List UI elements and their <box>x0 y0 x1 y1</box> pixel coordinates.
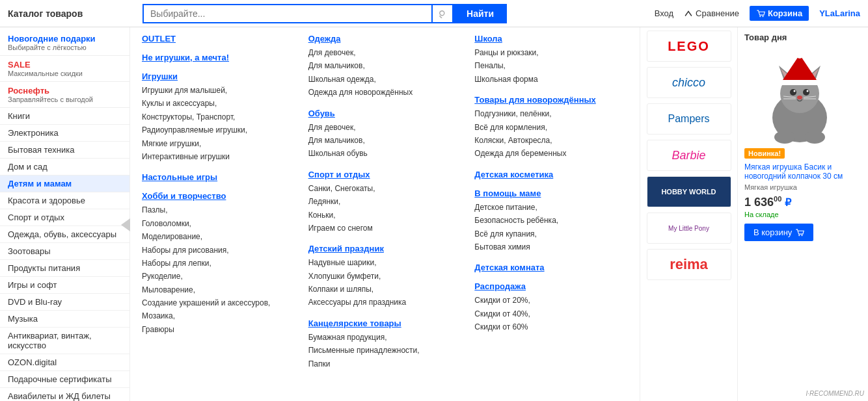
sidebar-item-2[interactable]: Бытовая техника <box>0 142 129 159</box>
menu-item[interactable]: Безопасность ребёнка, <box>474 214 628 227</box>
menu-item[interactable]: Колпаки и шляпы, <box>308 283 462 296</box>
menu-item[interactable]: Радиоуправляемые игрушки, <box>142 123 295 136</box>
sidebar-item-15[interactable]: Подарочные сертификаты <box>0 371 129 388</box>
sidebar-item-16[interactable]: Авиабилеты и ЖД билеты <box>0 388 129 401</box>
menu-item[interactable]: Головоломки, <box>142 217 295 230</box>
menu-item[interactable]: Школьная одежда, <box>308 73 462 86</box>
menu-item[interactable]: Куклы и аксессуары, <box>142 97 295 110</box>
brand-my-little-pony[interactable]: My Little Pony <box>647 213 731 244</box>
menu-item[interactable]: Скидки от 20%, <box>474 294 628 307</box>
menu-item[interactable]: Скидки от 60% <box>474 320 628 333</box>
product-day-name-link[interactable]: Мягкая игрушка Басик и новогодний колпач… <box>744 162 861 181</box>
menu-item[interactable]: Конструкторы, Транспорт, <box>142 110 295 123</box>
menu-item[interactable]: Одежда для беременных <box>474 147 628 160</box>
sidebar-item-1[interactable]: Электроника <box>0 125 129 142</box>
sidebar-item-6[interactable]: Спорт и отдых <box>0 209 129 226</box>
menu-item[interactable]: Создание украшений и аксессуров, <box>142 296 295 309</box>
login-link[interactable]: Вход <box>655 8 673 18</box>
sidebar-item-7[interactable]: Одежда, обувь, аксессуары <box>0 226 129 243</box>
menu-section-title[interactable]: Канцелярские товары <box>308 318 462 328</box>
menu-section-title[interactable]: Не игрушки, а мечта! <box>142 53 295 62</box>
menu-section-title[interactable]: Игрушки <box>142 71 295 81</box>
brand-pampers[interactable]: Pampers <box>647 103 731 135</box>
menu-item[interactable]: Скидки от 40%, <box>474 307 628 320</box>
menu-item[interactable]: Пеналы, <box>474 59 628 72</box>
menu-item[interactable]: Играем со снегом <box>308 222 462 235</box>
menu-item[interactable]: Коньки, <box>308 209 462 222</box>
brand-barbie[interactable]: Barbie <box>647 140 731 171</box>
menu-item[interactable]: Хлопушки бумфети, <box>308 270 462 283</box>
menu-item[interactable]: Бытовая химия <box>474 240 628 253</box>
sidebar-item-12[interactable]: Музыка <box>0 311 129 328</box>
menu-section-title[interactable]: OUTLET <box>142 34 295 44</box>
sidebar-item-5[interactable]: Красота и здоровье <box>0 192 129 209</box>
menu-item[interactable]: Пазлы, <box>142 203 295 216</box>
menu-section-title[interactable]: Обувь <box>308 109 462 118</box>
menu-item[interactable]: Аксессуары для праздника <box>308 296 462 309</box>
menu-item[interactable]: Надувные шарики, <box>308 256 462 269</box>
menu-item[interactable]: Для мальчиков, <box>308 134 462 147</box>
menu-item[interactable]: Ранцы и рюкзаки, <box>474 46 628 59</box>
menu-section-title[interactable]: Детская косметика <box>474 170 628 179</box>
menu-item[interactable]: Письменные принадлежности, <box>308 344 462 357</box>
menu-section-title[interactable]: Настольные игры <box>142 172 295 182</box>
sidebar-item-3[interactable]: Дом и сад <box>0 159 129 175</box>
menu-item[interactable]: Ледянки, <box>308 195 462 208</box>
menu-section: Канцелярские товарыБумажная продукция,Пи… <box>308 318 462 370</box>
brand-chicco[interactable]: chicco <box>647 67 731 98</box>
sidebar-item-4[interactable]: Детям и мамам <box>0 175 129 192</box>
menu-item[interactable]: Всё для кормления, <box>474 121 628 134</box>
product-day-price: 1 63600 ₽ <box>744 195 861 209</box>
sidebar-item-14[interactable]: OZON.digital <box>0 354 129 371</box>
search-button[interactable]: Найти <box>454 4 507 23</box>
sidebar-item-8[interactable]: Зоотовары <box>0 243 129 260</box>
brand-hobby-world[interactable]: HOBBY WORLD <box>647 176 731 207</box>
menu-item[interactable]: Одежда для новорождённых <box>308 86 462 99</box>
sidebar-item-10[interactable]: Игры и софт <box>0 277 129 294</box>
menu-section-title[interactable]: Школа <box>474 34 628 44</box>
menu-item[interactable]: Коляски, Автокресла, <box>474 134 628 147</box>
cart-link[interactable]: Корзина <box>750 6 809 21</box>
menu-section-title[interactable]: Спорт и отдых <box>308 170 462 179</box>
menu-item[interactable]: Детское питание, <box>474 201 628 214</box>
menu-item[interactable]: Мозаика, <box>142 309 295 322</box>
menu-section-title[interactable]: Распродажа <box>474 281 628 291</box>
menu-item[interactable]: Для мальчиков, <box>308 59 462 72</box>
menu-section-title[interactable]: В помощь маме <box>474 188 628 198</box>
search-input[interactable] <box>142 4 433 23</box>
sidebar-item-9[interactable]: Продукты питания <box>0 260 129 277</box>
menu-item[interactable]: Гравюры <box>142 323 295 336</box>
promo-sale[interactable]: SALE Максимальные скидки <box>0 56 129 82</box>
menu-section-title[interactable]: Детский праздник <box>308 244 462 253</box>
compare-link[interactable]: Сравнение <box>684 8 739 18</box>
menu-item[interactable]: Для девочек, <box>308 46 462 59</box>
menu-item[interactable]: Наборы для рисования, <box>142 244 295 257</box>
menu-item[interactable]: Для девочек, <box>308 121 462 134</box>
menu-section-title[interactable]: Хобби и творчество <box>142 191 295 201</box>
menu-item[interactable]: Мыловарение, <box>142 283 295 296</box>
menu-item[interactable]: Школьная обувь <box>308 147 462 160</box>
menu-section-title[interactable]: Одежда <box>308 34 462 44</box>
menu-item[interactable]: Всё для купания, <box>474 227 628 240</box>
menu-item[interactable]: Подгузники, пелёнки, <box>474 107 628 120</box>
menu-item[interactable]: Рукоделие, <box>142 270 295 283</box>
menu-section-title[interactable]: Товары для новорождённых <box>474 95 628 105</box>
sidebar-item-11[interactable]: DVD и Blu-ray <box>0 294 129 311</box>
promo-rosneft[interactable]: Роснефть Заправляйтесь с выгодой <box>0 82 129 108</box>
menu-item[interactable]: Мягкие игрушки, <box>142 137 295 150</box>
menu-item[interactable]: Игрушки для малышей, <box>142 84 295 97</box>
menu-item[interactable]: Моделирование, <box>142 230 295 243</box>
sidebar-item-13[interactable]: Антиквариат, винтаж, искусство <box>0 328 129 354</box>
menu-item[interactable]: Бумажная продукция, <box>308 331 462 344</box>
menu-item[interactable]: Интерактивные игрушки <box>142 150 295 163</box>
menu-item[interactable]: Санки, Снегокаты, <box>308 182 462 195</box>
menu-item[interactable]: Наборы для лепки, <box>142 257 295 270</box>
add-to-cart-button[interactable]: В корзину <box>744 224 813 241</box>
promo-new-year[interactable]: Новогодние подарки Выбирайте с лёгкостью <box>0 30 129 56</box>
menu-section-title[interactable]: Детская комната <box>474 263 628 272</box>
brand-lego[interactable]: LEGO <box>647 31 731 62</box>
menu-item[interactable]: Школьная форма <box>474 73 628 86</box>
brand-reima[interactable]: reima <box>647 249 731 280</box>
sidebar-item-0[interactable]: Книги <box>0 108 129 125</box>
menu-item[interactable]: Папки <box>308 357 462 370</box>
